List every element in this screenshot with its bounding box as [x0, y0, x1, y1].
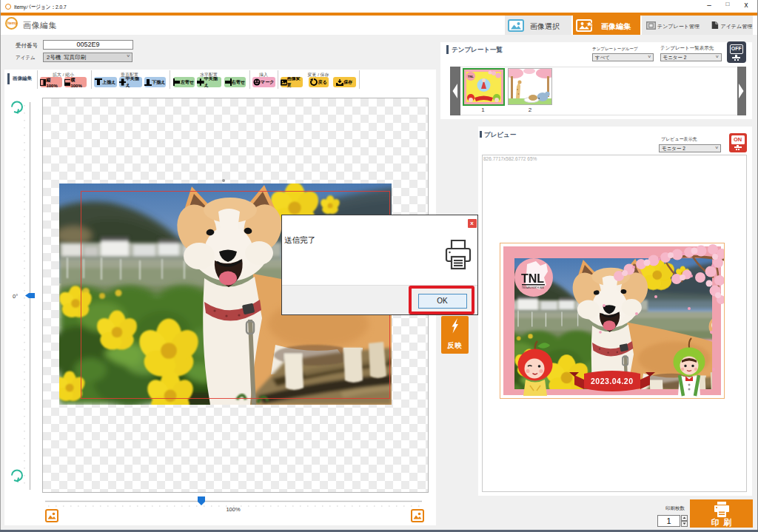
svg-text:2023.04.20: 2023.04.20 [591, 377, 634, 385]
svg-text:TNL: TNL [468, 75, 474, 78]
svg-text:TNL: TNL [521, 272, 544, 285]
svg-text:TSUGARU NORTH LAND: TSUGARU NORTH LAND [522, 286, 544, 289]
svg-text:0°: 0° [13, 293, 18, 300]
